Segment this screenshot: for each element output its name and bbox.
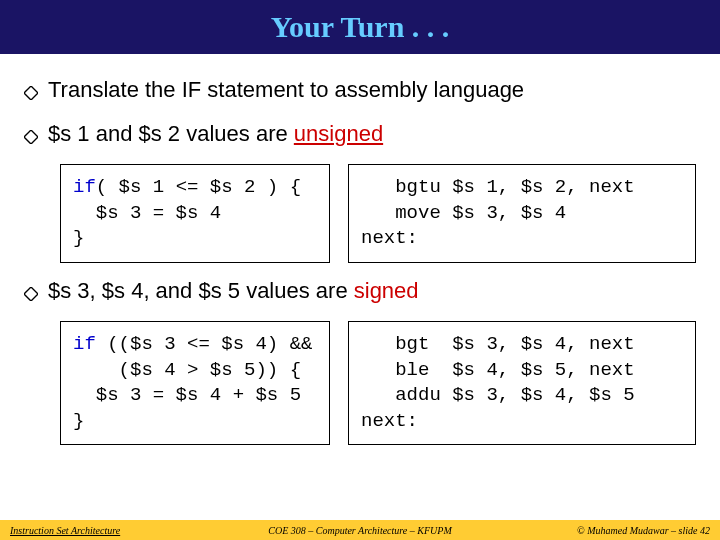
code2-right-l3: addu $s 3, $s 4, $s 5 — [361, 384, 635, 406]
svg-marker-2 — [24, 287, 38, 301]
code2-right-l4: next: — [361, 410, 418, 432]
bullet-2: $s 1 and $s 2 values are unsigned — [24, 120, 696, 150]
diamond-icon — [24, 80, 38, 106]
slide-body: Translate the IF statement to assembly l… — [0, 54, 720, 445]
bullet-2-pre: $s 1 and $s 2 values are — [48, 121, 294, 146]
footer-center: COE 308 – Computer Architecture – KFUPM — [216, 525, 504, 536]
footer-right: © Muhamed Mudawar – slide 42 — [504, 525, 710, 536]
footer-bar: Instruction Set Architecture COE 308 – C… — [0, 520, 720, 540]
code1-left-l1b: ( $s 1 <= $s 2 ) { — [96, 176, 301, 198]
svg-marker-1 — [24, 130, 38, 144]
code-box-asm-2: bgt $s 3, $s 4, next ble $s 4, $s 5, nex… — [348, 321, 696, 446]
if-keyword: if — [73, 333, 107, 355]
code2-left-l2: ($s 4 > $s 5)) { — [73, 359, 301, 381]
code2-left-l4: } — [73, 410, 84, 432]
code-row-2: if (($s 3 <= $s 4) && ($s 4 > $s 5)) { $… — [60, 321, 696, 446]
diamond-icon — [24, 124, 38, 150]
bullet-1-text: Translate the IF statement to assembly l… — [48, 76, 524, 105]
code2-left-l3: $s 3 = $s 4 + $s 5 — [73, 384, 301, 406]
bullet-1: Translate the IF statement to assembly l… — [24, 76, 696, 106]
code-row-1: if( $s 1 <= $s 2 ) { $s 3 = $s 4 } bgtu … — [60, 164, 696, 263]
slide-title: Your Turn . . . — [271, 10, 450, 44]
code1-left-l3: } — [73, 227, 84, 249]
bullet-3-text: $s 3, $s 4, and $s 5 values are signed — [48, 277, 419, 306]
footer-left: Instruction Set Architecture — [10, 525, 216, 536]
code-box-asm-1: bgtu $s 1, $s 2, next move $s 3, $s 4 ne… — [348, 164, 696, 263]
code-box-c-1: if( $s 1 <= $s 2 ) { $s 3 = $s 4 } — [60, 164, 330, 263]
if-keyword: if — [73, 176, 96, 198]
code1-right-l3: next: — [361, 227, 418, 249]
code2-right-l1: bgt $s 3, $s 4, next — [361, 333, 635, 355]
code-box-c-2: if (($s 3 <= $s 4) && ($s 4 > $s 5)) { $… — [60, 321, 330, 446]
code2-right-l2: ble $s 4, $s 5, next — [361, 359, 635, 381]
code1-left-l2: $s 3 = $s 4 — [73, 202, 221, 224]
diamond-icon — [24, 281, 38, 307]
title-bar: Your Turn . . . — [0, 0, 720, 54]
unsigned-word: unsigned — [294, 121, 383, 146]
bullet-3-pre: $s 3, $s 4, and $s 5 values are — [48, 278, 354, 303]
bullet-3: $s 3, $s 4, and $s 5 values are signed — [24, 277, 696, 307]
signed-word: signed — [354, 278, 419, 303]
svg-marker-0 — [24, 86, 38, 100]
code2-left-l1b: (($s 3 <= $s 4) && — [107, 333, 312, 355]
code1-right-l2: move $s 3, $s 4 — [361, 202, 566, 224]
bullet-2-text: $s 1 and $s 2 values are unsigned — [48, 120, 383, 149]
code1-right-l1: bgtu $s 1, $s 2, next — [361, 176, 635, 198]
